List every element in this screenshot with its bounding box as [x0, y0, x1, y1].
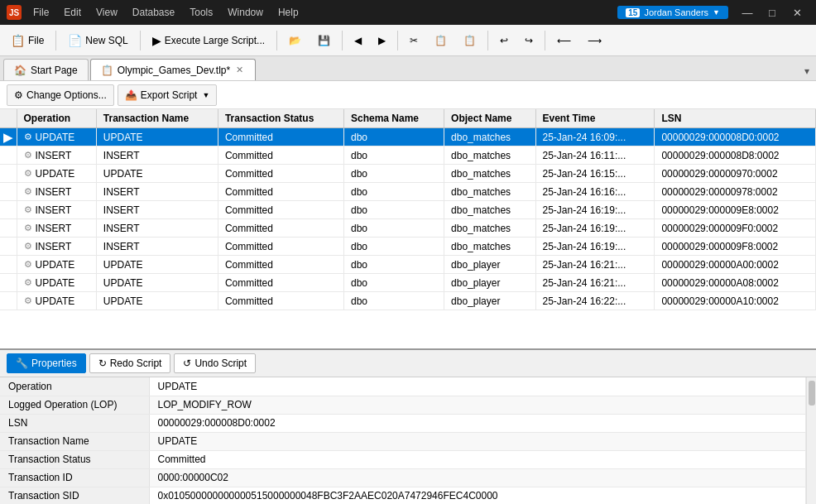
event_time-cell: 25-Jan-24 16:22:... [535, 292, 655, 310]
object-cell: dbo_matches [444, 238, 535, 256]
menu-file[interactable]: File [26, 5, 55, 20]
property-label: Transaction SID [0, 487, 149, 504]
property-value: UPDATE [149, 432, 806, 450]
object-cell: dbo_matches [444, 201, 535, 219]
toolbar: 📋 File 📄 New SQL ▶ Execute Large Script.… [0, 25, 816, 56]
save-button[interactable]: 💾 [310, 29, 338, 52]
row-arrow-cell [0, 256, 17, 274]
back-button[interactable]: ◀ [347, 29, 369, 52]
property-label: Transaction Name [0, 432, 149, 450]
table-row[interactable]: ⚙UPDATEUPDATECommitteddbodbo_player25-Ja… [0, 274, 816, 292]
tab-start-page[interactable]: 🏠 Start Page [3, 59, 89, 80]
event_time-cell: 25-Jan-24 16:11:... [535, 146, 655, 165]
col-object-header: Object Name [444, 109, 535, 128]
titlebar-left: JS File Edit View Database Tools Window … [7, 5, 305, 20]
operation-cell: ⚙UPDATE [17, 292, 96, 310]
table-row[interactable]: ⚙INSERTINSERTCommitteddbodbo_matches25-J… [0, 183, 816, 201]
change-options-label: Change Options... [26, 89, 107, 101]
schema-cell: dbo [343, 183, 444, 201]
window-controls: — □ ✕ [735, 0, 809, 25]
table-row[interactable]: ⚙UPDATEUPDATECommitteddbodbo_player25-Ja… [0, 256, 816, 274]
close-button[interactable]: ✕ [785, 0, 809, 25]
menu-help[interactable]: Help [271, 5, 305, 20]
tx_status-cell: Committed [218, 165, 343, 183]
property-value: LOP_MODIFY_ROW [149, 396, 806, 414]
main-content: Operation Transaction Name Transaction S… [0, 109, 816, 504]
export-script-label: Export Script [141, 89, 198, 101]
property-value: Committed [149, 450, 806, 468]
tx_name-cell: INSERT [96, 183, 218, 201]
tx_name-cell: UPDATE [96, 274, 218, 292]
open-button[interactable]: 📂 [281, 29, 309, 52]
property-label: LSN [0, 414, 149, 432]
object-cell: dbo_matches [444, 219, 535, 238]
user-dropdown-icon[interactable]: ▼ [713, 8, 720, 17]
table-row[interactable]: ⚙INSERTINSERTCommitteddbodbo_matches25-J… [0, 146, 816, 165]
execute-large-script-button[interactable]: ▶ Execute Large Script... [145, 29, 272, 52]
lsn-cell: 00000029:00000978:0002 [655, 183, 816, 201]
olympic-games-label: Olympic_Games_Dev.tlp* [118, 65, 231, 76]
nav-back-icon: ⟵ [557, 35, 571, 46]
operation-icon: ⚙ [24, 186, 32, 197]
row-arrow-cell [0, 219, 17, 238]
tab-overflow-button[interactable]: ▾ [798, 62, 816, 80]
menu-edit[interactable]: Edit [57, 5, 88, 20]
operation-cell: ⚙INSERT [17, 183, 96, 201]
scrollbar-thumb[interactable] [809, 381, 815, 406]
transaction-table-area: Operation Transaction Name Transaction S… [0, 109, 816, 350]
change-options-button[interactable]: ⚙ Change Options... [7, 84, 114, 106]
paste-icon: 📋 [463, 35, 476, 46]
operation-cell: ⚙INSERT [17, 238, 96, 256]
cut-button[interactable]: ✂ [402, 29, 425, 52]
scrollbar-track[interactable] [806, 377, 816, 504]
schema-cell: dbo [343, 292, 444, 310]
tx_name-cell: INSERT [96, 146, 218, 165]
property-label: Transaction Status [0, 450, 149, 468]
table-row[interactable]: ⚙INSERTINSERTCommitteddbodbo_matches25-J… [0, 219, 816, 238]
menu-window[interactable]: Window [221, 5, 270, 20]
table-row[interactable]: ⚙INSERTINSERTCommitteddbodbo_matches25-J… [0, 238, 816, 256]
maximize-button[interactable]: □ [760, 0, 785, 25]
table-scroll[interactable]: Operation Transaction Name Transaction S… [0, 109, 816, 348]
new-transaction-log-button[interactable]: 📋 File [3, 29, 51, 52]
tab-close-button[interactable]: ✕ [234, 65, 245, 75]
export-script-button[interactable]: 📤 Export Script ▼ [118, 84, 218, 106]
tab-olympic-games[interactable]: 📋 Olympic_Games_Dev.tlp* ✕ [90, 59, 257, 80]
redo-button[interactable]: ↪ [517, 29, 540, 52]
table-row[interactable]: ⚙UPDATEUPDATECommitteddbodbo_matches25-J… [0, 165, 816, 183]
minimize-button[interactable]: — [735, 0, 760, 25]
lsn-cell: 00000029:000008D8:0002 [655, 146, 816, 165]
tx_status-cell: Committed [218, 183, 343, 201]
menu-tools[interactable]: Tools [183, 5, 219, 20]
menu-database[interactable]: Database [126, 5, 181, 20]
menu-view[interactable]: View [89, 5, 124, 20]
col-arrow-header [0, 109, 17, 128]
properties-content[interactable]: OperationUPDATELogged Operation (LOP)LOP… [0, 377, 806, 504]
tx_name-cell: INSERT [96, 238, 218, 256]
operation-value: UPDATE [36, 295, 75, 307]
tx_status-cell: Committed [218, 274, 343, 292]
undo-button[interactable]: ↩ [492, 29, 516, 52]
paste-button[interactable]: 📋 [456, 29, 483, 52]
nav-forward-button[interactable]: ⟶ [580, 29, 609, 52]
table-row[interactable]: ⚙UPDATEUPDATECommitteddbodbo_player25-Ja… [0, 292, 816, 310]
menu-bar: File Edit View Database Tools Window Hel… [26, 5, 305, 20]
new-sql-button[interactable]: 📄 New SQL [60, 29, 135, 52]
schema-cell: dbo [343, 274, 444, 292]
properties-icon: 🔧 [16, 358, 28, 369]
row-arrow-cell [0, 201, 17, 219]
separator-7 [545, 31, 545, 50]
operation-cell: ⚙UPDATE [17, 128, 96, 146]
tab-redo-script[interactable]: ↻ Redo Script [89, 353, 171, 373]
table-row[interactable]: ⚙INSERTINSERTCommitteddbodbo_matches25-J… [0, 201, 816, 219]
forward-button[interactable]: ▶ [371, 29, 393, 52]
tab-undo-script[interactable]: ↺ Undo Script [174, 353, 256, 373]
export-dropdown-icon: ▼ [202, 91, 209, 99]
tab-properties[interactable]: 🔧 Properties [7, 353, 86, 373]
copy-button[interactable]: 📋 [427, 29, 454, 52]
nav-back-button[interactable]: ⟵ [550, 29, 578, 52]
table-body: ▶⚙UPDATEUPDATECommitteddbodbo_matches25-… [0, 128, 816, 310]
property-row: Transaction SID0x01050000000000051500000… [0, 487, 806, 504]
event_time-cell: 25-Jan-24 16:16:... [535, 183, 655, 201]
table-row[interactable]: ▶⚙UPDATEUPDATECommitteddbodbo_matches25-… [0, 128, 816, 146]
